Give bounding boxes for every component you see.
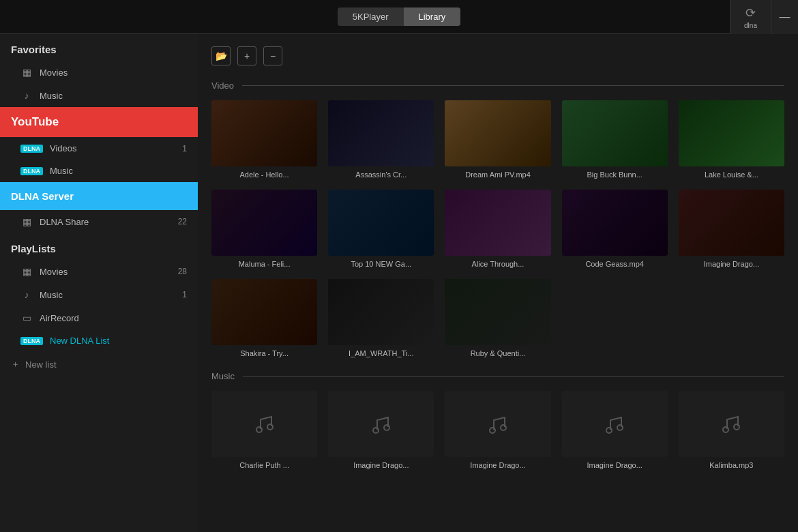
folder-icon: 📂 xyxy=(216,50,227,61)
new-list-plus-icon: ＋ xyxy=(11,358,20,370)
video-item[interactable]: Assassin's Cr... xyxy=(328,100,434,179)
youtube-section[interactable]: YouTube xyxy=(0,107,198,137)
yt-videos-label: Videos xyxy=(50,143,175,153)
music-item[interactable]: Imagine Drago... xyxy=(445,391,550,469)
svg-point-8 xyxy=(723,427,728,432)
video-label: Dream Ami PV.mp4 xyxy=(445,171,550,179)
sidebar-item-yt-videos[interactable]: DLNA Videos 1 xyxy=(0,137,198,160)
video-item[interactable]: Maluma - Feli... xyxy=(211,190,317,268)
new-list-label: New list xyxy=(25,359,57,370)
music-label: Imagine Drago... xyxy=(562,461,668,469)
video-item[interactable]: Big Buck Bunn... xyxy=(562,100,668,179)
music-label: Music xyxy=(40,91,187,101)
sidebar-item-dlna-share[interactable]: ▦ DLNA Share 22 xyxy=(0,210,198,233)
sidebar-item-music[interactable]: ♪ Music xyxy=(0,84,198,107)
tab-library[interactable]: Library xyxy=(404,8,461,26)
video-thumb xyxy=(562,190,668,256)
video-item[interactable]: I_AM_WRATH_Ti... xyxy=(328,279,434,357)
music-label: Kalimba.mp3 xyxy=(679,461,784,469)
music-thumb xyxy=(562,391,668,457)
video-item[interactable]: Ruby & Quenti... xyxy=(445,279,550,357)
dlna-button[interactable]: ⟳ dlna xyxy=(730,0,771,34)
video-item[interactable]: Alice Through... xyxy=(445,190,550,268)
sidebar-item-yt-music[interactable]: DLNA Music xyxy=(0,160,198,182)
video-item[interactable]: Lake Louise &... xyxy=(679,100,784,179)
music-thumb xyxy=(211,391,317,457)
video-thumb xyxy=(562,100,668,166)
airrecord-label: AirRecord xyxy=(40,313,187,323)
movies-label: Movies xyxy=(40,68,187,78)
video-label: Top 10 NEW Ga... xyxy=(328,260,434,268)
video-item[interactable]: Top 10 NEW Ga... xyxy=(328,190,434,268)
video-section-title: Video xyxy=(211,80,234,91)
video-item[interactable]: Adele - Hello... xyxy=(211,100,317,179)
music-thumb xyxy=(328,391,434,457)
music-label: Imagine Drago... xyxy=(445,461,550,469)
sidebar-item-new-list[interactable]: ＋ New list xyxy=(0,352,198,376)
folder-button[interactable]: 📂 xyxy=(211,46,231,65)
video-thumb xyxy=(328,190,434,256)
video-section-line xyxy=(242,85,784,86)
remove-button[interactable]: − xyxy=(263,46,282,65)
pl-music-label: Music xyxy=(40,290,175,300)
sidebar-item-pl-movies[interactable]: ▦ Movies 28 xyxy=(0,260,198,283)
video-item[interactable]: Dream Ami PV.mp4 xyxy=(445,100,550,179)
music-item[interactable]: Kalimba.mp3 xyxy=(679,391,784,469)
yt-music-label: Music xyxy=(50,166,187,176)
dlna-share-label: DLNA Share xyxy=(40,217,171,227)
dlna-server-section[interactable]: DLNA Server xyxy=(0,182,198,210)
video-grid: Adele - Hello... Assassin's Cr... Dream … xyxy=(211,100,784,357)
video-label: Imagine Drago... xyxy=(679,260,784,268)
video-thumb xyxy=(211,100,317,166)
remove-icon: − xyxy=(270,50,276,61)
video-thumb xyxy=(328,100,434,166)
video-thumb xyxy=(679,100,784,166)
video-section-header: Video xyxy=(211,80,784,91)
music-section-header: Music xyxy=(211,371,784,381)
top-bar-right: ⟳ dlna — xyxy=(730,0,798,34)
dlna-share-icon: ▦ xyxy=(20,216,33,227)
content-toolbar: 📂 + − xyxy=(211,41,784,74)
sidebar-item-movies[interactable]: ▦ Movies xyxy=(0,61,198,84)
minimize-icon: — xyxy=(780,11,790,23)
video-label: Assassin's Cr... xyxy=(328,171,434,179)
svg-point-2 xyxy=(373,428,379,433)
music-item[interactable]: Imagine Drago... xyxy=(328,391,434,469)
svg-point-7 xyxy=(617,425,623,430)
svg-point-1 xyxy=(267,424,273,430)
dlna-badge-music: DLNA xyxy=(20,167,43,175)
video-label: Adele - Hello... xyxy=(211,171,317,179)
main-layout: Favorites ▦ Movies ♪ Music YouTube DLNA … xyxy=(0,34,798,532)
dlna-label: dlna xyxy=(744,22,757,29)
music-section-title: Music xyxy=(211,371,235,381)
video-label: Alice Through... xyxy=(445,260,550,268)
pl-music-count: 1 xyxy=(182,290,187,299)
add-button[interactable]: + xyxy=(237,46,256,65)
top-bar: 5KPlayer Library ⟳ dlna — xyxy=(0,0,798,34)
sidebar-item-new-dlna[interactable]: DLNA New DLNA List xyxy=(0,329,198,352)
minimize-button[interactable]: — xyxy=(771,0,798,34)
video-thumb xyxy=(445,100,550,166)
yt-videos-count: 1 xyxy=(182,144,187,153)
video-item[interactable]: Code Geass.mp4 xyxy=(562,190,668,268)
sidebar-item-airrecord[interactable]: ▭ AirRecord xyxy=(0,306,198,329)
new-dlna-badge: DLNA xyxy=(20,337,43,345)
video-thumb xyxy=(211,279,317,345)
video-thumb xyxy=(679,190,784,256)
music-item[interactable]: Charlie Puth ... xyxy=(211,391,317,469)
sidebar-item-pl-music[interactable]: ♪ Music 1 xyxy=(0,283,198,306)
video-thumb xyxy=(445,190,550,256)
video-label: Ruby & Quenti... xyxy=(445,349,550,357)
video-label: Maluma - Feli... xyxy=(211,260,317,268)
music-thumb xyxy=(679,391,784,457)
music-label: Charlie Puth ... xyxy=(211,461,317,469)
svg-point-6 xyxy=(606,428,612,433)
tab-5kplayer[interactable]: 5KPlayer xyxy=(338,8,404,26)
new-dlna-label: New DLNA List xyxy=(50,336,109,346)
music-item[interactable]: Imagine Drago... xyxy=(562,391,668,469)
video-item[interactable]: Imagine Drago... xyxy=(679,190,784,268)
dlna-icon: ⟳ xyxy=(745,5,756,20)
video-item[interactable]: Shakira - Try... xyxy=(211,279,317,357)
video-label: I_AM_WRATH_Ti... xyxy=(328,349,434,357)
video-label: Shakira - Try... xyxy=(211,349,317,357)
